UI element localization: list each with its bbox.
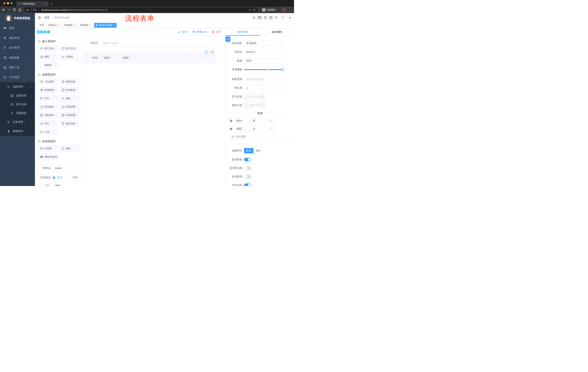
tag-close-icon[interactable]: ✕	[58, 24, 60, 26]
bookmark-star-icon[interactable]	[253, 9, 256, 11]
sidebar-item-user-group[interactable]: 用户分组	[0, 100, 35, 109]
breadcrumb-home[interactable]: 首页	[44, 16, 50, 19]
palette-item-slider[interactable]: 滑块	[59, 95, 79, 102]
palette-item-time[interactable]: 时间选择	[38, 103, 58, 110]
clear-button[interactable]: 清空	[211, 30, 221, 34]
home-icon[interactable]	[18, 8, 21, 11]
tab-component-props[interactable]: 组件属性	[226, 28, 260, 35]
tag-close-icon[interactable]: ✕	[90, 24, 91, 26]
minus-button[interactable]: −	[244, 103, 249, 108]
drag-handle-icon[interactable]	[230, 119, 233, 122]
checkbox-icon[interactable]	[100, 57, 102, 59]
palette-item-editor[interactable]: 编辑器	[38, 62, 58, 69]
help-icon[interactable]	[264, 16, 267, 19]
max-select-value[interactable]: 最多可选	[249, 103, 260, 108]
sidebar-logo[interactable]: 芋道管理系统	[0, 13, 35, 23]
password-key-icon[interactable]	[249, 9, 252, 11]
style-default-button[interactable]: 默认	[244, 148, 253, 153]
window-controls[interactable]	[0, 0, 16, 7]
palette-item-switch[interactable]: 开关	[38, 95, 58, 102]
sidebar-item-infra[interactable]: 基础设施	[0, 53, 35, 63]
label-width-input[interactable]	[244, 76, 283, 82]
sidebar-item-leave-query[interactable]: 请假查询	[0, 127, 35, 136]
tag-process-form-edit[interactable]: 流程表单-编辑✕	[94, 23, 117, 28]
fullscreen-icon[interactable]	[269, 16, 273, 19]
font-size-icon[interactable]: TT	[275, 16, 278, 19]
tag-process-form[interactable]: 流程表单✕	[78, 23, 93, 28]
sidebar-item-home[interactable]: 首页	[0, 23, 35, 33]
new-tab-button[interactable]: +	[51, 2, 53, 6]
option-value-input[interactable]	[251, 126, 266, 132]
slider-handle[interactable]	[281, 68, 284, 71]
save-button[interactable]: 保存	[178, 30, 187, 34]
min-select-value[interactable]: 至少应选	[249, 94, 260, 99]
browser-menu-dots-icon[interactable]: ⋮	[288, 10, 290, 10]
sidebar-item-workflow[interactable]: 工作流程	[0, 73, 35, 82]
palette-item-button[interactable]: 按钮	[59, 145, 79, 152]
palette-item-date[interactable]: 日期选择	[38, 112, 58, 119]
tag-close-icon[interactable]: ✕	[74, 24, 75, 26]
reload-icon[interactable]	[13, 8, 16, 11]
required-toggle[interactable]	[244, 183, 251, 186]
palette-item-password[interactable]: 密码	[38, 53, 58, 60]
copy-component-button[interactable]	[205, 50, 209, 54]
palette-item-textarea[interactable]: 多行文本	[59, 45, 79, 52]
tag-process-definition[interactable]: 流程定义✕	[47, 23, 61, 28]
gender-option-2[interactable]: 选项二	[119, 56, 130, 60]
status-on-label[interactable]: 开启	[57, 176, 62, 179]
sidebar-item-task-mgmt[interactable]: 任务管理	[0, 117, 35, 127]
title-input[interactable]	[244, 58, 283, 64]
option-label-input[interactable]	[234, 126, 250, 132]
min-select-stepper[interactable]: − 至少应选 +	[244, 94, 265, 100]
form-name-input[interactable]	[53, 165, 78, 171]
back-icon[interactable]	[2, 8, 5, 11]
palette-item-cascader[interactable]: 级联选择	[59, 78, 79, 85]
sidebar-item-payment[interactable]: ¥ 支付管理	[0, 43, 35, 53]
palette-item-single-text[interactable]: 单行文本	[38, 45, 58, 52]
gender-option-1[interactable]: 选项一	[100, 56, 112, 60]
form-canvas[interactable]: *手机号 *性别	[81, 36, 226, 186]
avatar-caret-icon[interactable]	[289, 17, 291, 18]
sidebar-item-process-model[interactable]: 流程模型	[0, 109, 35, 117]
drag-handle-icon[interactable]	[230, 127, 233, 130]
avatar[interactable]	[280, 15, 287, 21]
security-warning-icon[interactable]	[27, 9, 29, 11]
option-label-input[interactable]	[234, 118, 250, 124]
delete-component-button[interactable]	[210, 50, 214, 54]
option-style-segmented[interactable]: 默认 按钮	[244, 148, 263, 153]
plus-button[interactable]: +	[260, 94, 265, 99]
plus-button[interactable]: +	[260, 103, 265, 108]
palette-item-rate[interactable]: 评分	[38, 120, 58, 127]
show-label-toggle[interactable]	[244, 158, 251, 161]
url-bar[interactable]: 不安全 | dashboard.yudao.iocoder.cn/bpm/man…	[24, 8, 258, 12]
remove-option-button[interactable]	[269, 128, 273, 130]
style-button-button[interactable]: 按钮	[253, 148, 263, 153]
tag-home[interactable]: 首页	[38, 23, 45, 28]
palette-item-upload[interactable]: 上传	[38, 128, 58, 135]
palette-item-checkbox-group[interactable]: 多选框组	[59, 87, 79, 94]
close-window-button[interactable]	[3, 2, 5, 4]
tag-process-model[interactable]: 流程模型✕	[63, 23, 77, 28]
tag-close-icon[interactable]: ✕	[113, 24, 115, 26]
browser-tab[interactable]: 芋道管理系统 ✕	[16, 1, 49, 7]
sidebar-item-process-mgmt[interactable]: 流程管理	[0, 82, 35, 91]
sidebar-collapse-icon[interactable]	[38, 16, 42, 20]
search-icon[interactable]	[252, 16, 256, 19]
status-on-radio[interactable]	[53, 176, 55, 179]
field-name-input[interactable]	[244, 49, 283, 55]
palette-item-counter[interactable]: 123 计数器	[59, 53, 79, 60]
canvas-field-gender-selected[interactable]: *性别 选项一 选项二	[83, 53, 217, 63]
form-remark-textarea[interactable]: 嘿嘿	[53, 183, 78, 186]
disabled-toggle[interactable]	[244, 175, 251, 179]
palette-item-date-range[interactable]: 日期范围	[59, 112, 79, 119]
phone-input[interactable]	[100, 40, 219, 47]
palette-item-color-picker[interactable]: 颜色选择	[59, 120, 79, 127]
minimize-window-button[interactable]	[7, 2, 9, 4]
max-select-stepper[interactable]: − 最多可选 +	[244, 102, 265, 108]
palette-item-row-container[interactable]: 行容器	[38, 145, 58, 152]
grid-slider[interactable]	[244, 67, 283, 73]
sidebar-item-process-form[interactable]: 流程表单	[0, 91, 35, 100]
tab-form-props[interactable]: 表单属性	[260, 28, 294, 35]
border-toggle[interactable]	[244, 166, 251, 170]
checkbox-icon[interactable]	[119, 57, 121, 59]
